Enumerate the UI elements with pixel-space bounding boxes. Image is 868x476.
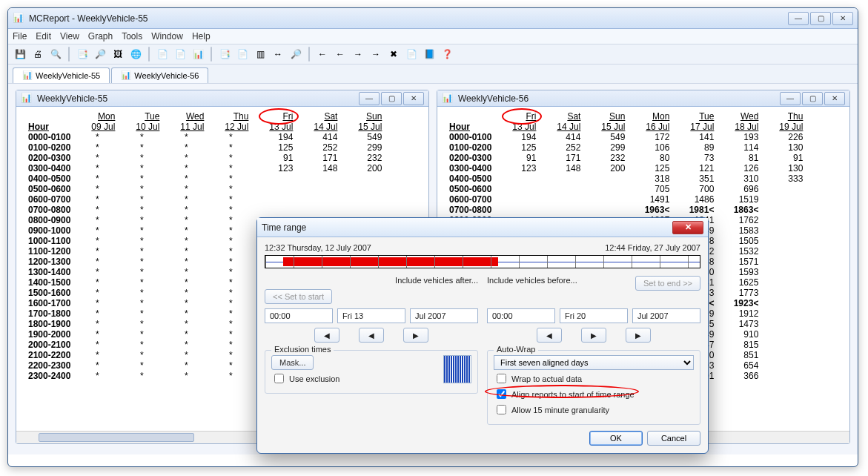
pane-icon: 📊: [442, 93, 454, 105]
menu-window[interactable]: Window: [151, 31, 183, 42]
pane-icon: 📊: [21, 93, 33, 105]
allow-15min-checkbox[interactable]: Allow 15 minute granularity: [494, 403, 694, 417]
wrap-actual-checkbox[interactable]: Wrap to actual data: [494, 371, 694, 386]
toolbar-button[interactable]: 🖨: [30, 47, 45, 62]
menu-view[interactable]: View: [60, 31, 79, 42]
range-end-ts: 12:44 Friday, 27 July 2007: [605, 243, 700, 252]
close-button[interactable]: ✕: [832, 12, 853, 25]
toolbar-button[interactable]: 📄: [155, 47, 170, 62]
window-title: MCReport - WeeklyVehicle-55: [29, 13, 788, 24]
menu-file[interactable]: File: [13, 31, 27, 42]
pane-min-button[interactable]: —: [359, 92, 380, 105]
pane-left-title: WeeklyVehicle-55: [37, 93, 359, 104]
main-titlebar: 📊 MCReport - WeeklyVehicle-55 — ▢ ✕: [8, 8, 858, 29]
toolbar-button[interactable]: 🔍: [48, 47, 63, 62]
before-prev-button[interactable]: ◀: [537, 328, 562, 343]
toolbar-separator: [308, 47, 310, 62]
document-tabs: 📊WeeklyVehicle-55📊WeeklyVehicle-56: [8, 65, 858, 84]
allow-15min-label: Allow 15 minute granularity: [511, 406, 609, 414]
toolbar: 💾🖨🔍📑🔎🖼🌐📄📄📊📑📄▥↔🔎←←→→✖📄📘❓: [8, 44, 858, 65]
include-before-label: Include vehicles before...: [487, 276, 635, 285]
set-to-start-button[interactable]: << Set to start: [265, 289, 332, 304]
toolbar-button[interactable]: 📊: [191, 47, 205, 62]
doc-tab[interactable]: 📊WeeklyVehicle-56: [111, 67, 208, 83]
dialog-close-button[interactable]: ✕: [672, 221, 703, 234]
app-icon: 📊: [13, 13, 24, 24]
toolbar-button[interactable]: 🌐: [128, 47, 143, 62]
toolbar-button[interactable]: 📑: [75, 47, 90, 62]
before-time-field[interactable]: 00:00: [487, 308, 555, 323]
tab-icon: 📊: [22, 70, 33, 80]
toolbar-button[interactable]: ▥: [253, 47, 268, 62]
exclusion-legend: Exclusion times: [271, 345, 334, 354]
time-range-bar[interactable]: [265, 255, 700, 268]
toolbar-button[interactable]: →: [368, 47, 383, 62]
autowrap-legend: Auto-Wrap: [494, 345, 538, 354]
wrap-actual-label: Wrap to actual data: [511, 374, 582, 383]
toolbar-button[interactable]: ←: [333, 47, 348, 62]
toolbar-separator: [148, 47, 150, 62]
barcode-preview-icon: [443, 355, 471, 383]
range-start-ts: 12:32 Thursday, 12 July 2007: [265, 243, 371, 252]
before-next-button[interactable]: ▶: [581, 328, 606, 343]
menu-graph[interactable]: Graph: [88, 31, 113, 42]
set-to-end-button[interactable]: Set to end >>: [635, 276, 700, 291]
toolbar-button[interactable]: 💾: [13, 47, 27, 62]
autowrap-mode-select[interactable]: First seven aligned days: [494, 355, 694, 370]
after-time-field[interactable]: 00:00: [265, 308, 333, 323]
align-start-label: Align reports to start of time range: [511, 390, 635, 399]
doc-tab[interactable]: 📊WeeklyVehicle-55: [13, 67, 110, 83]
toolbar-button[interactable]: 📘: [422, 47, 437, 62]
pane-right-title: WeeklyVehicle-56: [458, 93, 780, 104]
toolbar-button[interactable]: 🔎: [288, 47, 303, 62]
pane-left-titlebar: 📊 WeeklyVehicle-55 — ▢ ✕: [16, 90, 428, 107]
tab-icon: 📊: [121, 70, 131, 80]
maximize-button[interactable]: ▢: [810, 12, 831, 25]
after-day-field[interactable]: Fri 13: [337, 308, 405, 323]
toolbar-button[interactable]: ✖: [386, 47, 401, 62]
toolbar-separator: [211, 47, 212, 62]
tab-label: WeeklyVehicle-56: [134, 71, 199, 80]
pane-close-button[interactable]: ✕: [824, 92, 845, 105]
menu-help[interactable]: Help: [192, 31, 211, 42]
pane-max-button[interactable]: ▢: [381, 92, 402, 105]
before-day-field[interactable]: Fri 20: [560, 308, 628, 323]
after-next-button[interactable]: ▶: [403, 328, 428, 343]
cancel-button[interactable]: Cancel: [647, 431, 700, 446]
toolbar-button[interactable]: 🔎: [93, 47, 107, 62]
after-prev2-button[interactable]: ◀: [359, 328, 384, 343]
tab-label: WeeklyVehicle-55: [36, 71, 100, 80]
toolbar-button[interactable]: 📑: [217, 47, 232, 62]
pane-min-button[interactable]: —: [780, 92, 801, 105]
menu-edit[interactable]: Edit: [36, 31, 51, 42]
dialog-title: Time range: [262, 222, 306, 233]
use-exclusion-checkbox[interactable]: Use exclusion: [271, 371, 339, 386]
use-exclusion-label: Use exclusion: [289, 374, 339, 383]
toolbar-button[interactable]: 📄: [404, 47, 419, 62]
before-next2-button[interactable]: ▶: [626, 328, 651, 343]
toolbar-button[interactable]: →: [351, 47, 365, 62]
pane-max-button[interactable]: ▢: [802, 92, 823, 105]
toolbar-button[interactable]: ↔: [271, 47, 285, 62]
pane-right-titlebar: 📊 WeeklyVehicle-56 — ▢ ✕: [437, 90, 849, 107]
menubar: FileEditViewGraphToolsWindowHelp: [8, 29, 858, 44]
toolbar-button[interactable]: ❓: [440, 47, 454, 62]
before-month-field[interactable]: Jul 2007: [632, 308, 700, 323]
toolbar-button[interactable]: 📄: [235, 47, 250, 62]
toolbar-button[interactable]: ←: [315, 47, 330, 62]
pane-close-button[interactable]: ✕: [403, 92, 424, 105]
toolbar-separator: [68, 47, 70, 62]
minimize-button[interactable]: —: [788, 12, 809, 25]
ok-button[interactable]: OK: [589, 431, 643, 446]
menu-tools[interactable]: Tools: [122, 31, 142, 42]
toolbar-button[interactable]: 🖼: [110, 47, 125, 62]
toolbar-button[interactable]: 📄: [173, 47, 188, 62]
include-after-label: Include vehicles after...: [265, 276, 478, 285]
after-prev-button[interactable]: ◀: [314, 328, 339, 343]
mask-button[interactable]: Mask...: [271, 355, 314, 370]
after-month-field[interactable]: Jul 2007: [410, 308, 478, 323]
align-start-checkbox[interactable]: Align reports to start of time range: [494, 387, 694, 401]
